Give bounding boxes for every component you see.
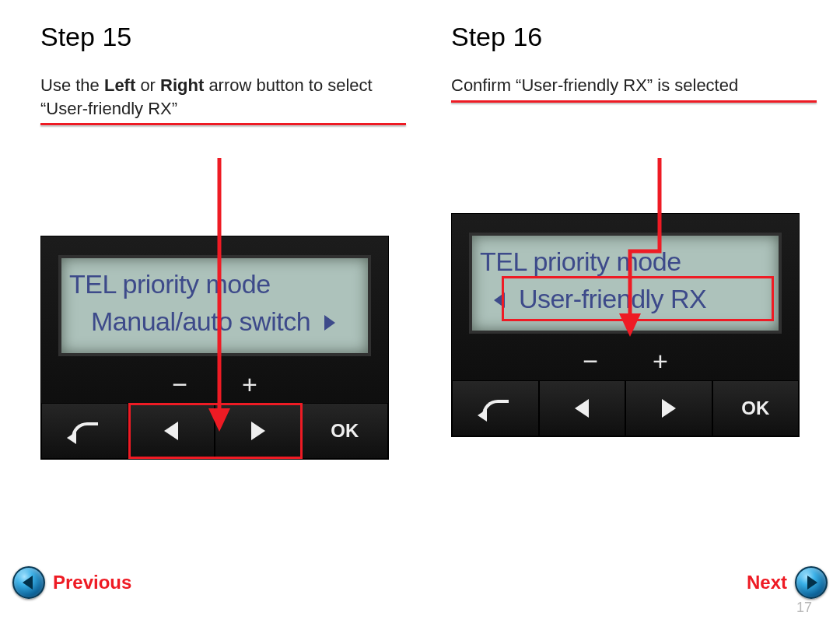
- next-nav[interactable]: Next: [747, 566, 828, 599]
- button-row: OK: [41, 403, 388, 459]
- left-arrow-button[interactable]: [539, 380, 626, 436]
- left-arrow-button[interactable]: [128, 403, 215, 459]
- triangle-right-icon: [324, 315, 335, 331]
- page-number: 17: [796, 600, 812, 616]
- back-icon: [72, 422, 98, 439]
- previous-button[interactable]: [12, 566, 45, 599]
- back-button[interactable]: [452, 380, 539, 436]
- lcd-screen: TEL priority mode Manual/auto switch: [58, 255, 371, 356]
- ok-button[interactable]: OK: [302, 403, 389, 459]
- triangle-left-icon: [23, 576, 33, 590]
- step-instruction: Use the Left or Right arrow button to se…: [40, 74, 406, 120]
- triangle-left-icon: [494, 292, 505, 308]
- step-title: Step 15: [40, 22, 406, 52]
- lcd-text: Manual/auto switch: [91, 306, 310, 336]
- lcd-line-1: TEL priority mode: [69, 269, 271, 299]
- bold: Right: [160, 75, 204, 95]
- previous-nav[interactable]: Previous: [12, 566, 131, 599]
- device-panel: TEL priority mode User-friendly RX − + O…: [451, 213, 800, 437]
- lcd-line-2: Manual/auto switch: [91, 306, 335, 337]
- ok-button[interactable]: OK: [712, 380, 800, 436]
- lcd-line-1: TEL priority mode: [480, 247, 681, 277]
- next-button[interactable]: [795, 566, 828, 599]
- triangle-left-icon: [575, 399, 589, 418]
- lcd-line-2: User-friendly RX: [494, 284, 706, 314]
- step-15-column: Step 15 Use the Left or Right arrow butt…: [40, 22, 406, 460]
- triangle-right-icon: [807, 576, 817, 590]
- right-arrow-button[interactable]: [215, 403, 302, 459]
- minus-icon: −: [172, 369, 187, 400]
- lcd-text: User-friendly RX: [519, 284, 706, 313]
- plus-icon: +: [653, 346, 668, 376]
- bold: Left: [104, 75, 135, 95]
- right-arrow-button[interactable]: [625, 380, 712, 436]
- accent-underline: [40, 123, 406, 125]
- minus-icon: −: [583, 346, 598, 376]
- back-button[interactable]: [41, 403, 128, 459]
- text: or: [135, 75, 160, 95]
- back-icon: [482, 400, 509, 417]
- lcd-screen: TEL priority mode User-friendly RX: [469, 233, 782, 334]
- triangle-left-icon: [164, 422, 178, 440]
- step-instruction: Confirm “User-friendly RX” is selected: [451, 74, 817, 97]
- volume-symbols: − +: [41, 367, 388, 401]
- volume-symbols: − +: [452, 345, 799, 379]
- accent-underline: [451, 100, 817, 103]
- previous-label: Previous: [53, 572, 131, 593]
- triangle-right-icon: [662, 399, 676, 418]
- device-panel: TEL priority mode Manual/auto switch − +…: [40, 236, 389, 460]
- triangle-right-icon: [251, 422, 265, 440]
- plus-icon: +: [242, 369, 257, 400]
- next-label: Next: [747, 572, 787, 593]
- button-row: OK: [452, 380, 799, 436]
- step-title: Step 16: [451, 22, 817, 52]
- step-16-column: Step 16 Confirm “User-friendly RX” is se…: [451, 22, 817, 437]
- text: Use the: [40, 75, 104, 95]
